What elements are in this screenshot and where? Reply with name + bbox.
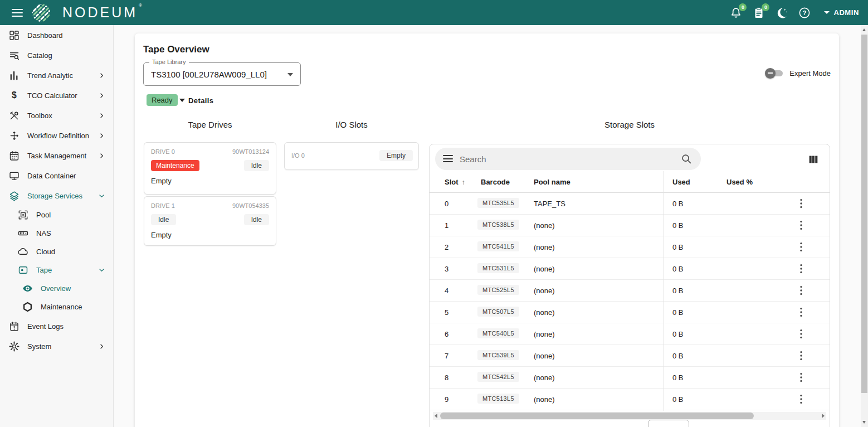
table-row-slot-1[interactable]: 1MTC538L5(none)0 B [430, 215, 830, 236]
toggle-knob-icon [765, 68, 776, 79]
header-cell-slot[interactable]: Slot↑ [445, 178, 465, 186]
sidebar-item-nas[interactable]: NAS [0, 224, 113, 242]
cell-pool-name: (none) [534, 287, 555, 295]
row-actions-kebab-icon[interactable] [794, 371, 808, 384]
header-cell-pool-name[interactable]: Pool name [534, 178, 570, 186]
sidebar-item-pool[interactable]: Pool [0, 206, 113, 224]
table-row-slot-9[interactable]: 9MTC513L5(none)0 B [430, 389, 830, 410]
column-view-icon[interactable] [807, 153, 820, 166]
details-button[interactable]: Details [188, 96, 213, 105]
filter-menu-icon[interactable] [443, 155, 453, 162]
row-actions-kebab-icon[interactable] [794, 392, 808, 406]
sidebar-item-data-container[interactable]: Data Container [0, 166, 113, 186]
table-row-slot-7[interactable]: 7MTC539L5(none)0 B [430, 345, 830, 367]
cell-pool-name: (none) [534, 330, 555, 338]
sidebar-item-overview[interactable]: Overview [0, 279, 113, 298]
sidebar-item-catalog[interactable]: Catalog [0, 45, 113, 65]
drive-badges: IdleIdle [144, 209, 276, 225]
sidebar-item-trend-analytic[interactable]: Trend Analytic [0, 65, 113, 85]
table-row-slot-8[interactable]: 8MTC542L5(none)0 B [430, 367, 830, 389]
header-cell-used-pct[interactable]: Used % [726, 178, 753, 186]
sidebar-item-label: Task Management [27, 152, 86, 160]
pool-icon [17, 209, 29, 221]
search-icon[interactable] [680, 153, 693, 165]
vertical-scrollbar[interactable] [861, 25, 868, 427]
dark-mode-moon-icon[interactable] [775, 6, 788, 20]
cell-barcode-chip: MTC538L5 [477, 220, 519, 230]
pinned-column-divider [664, 171, 664, 411]
sidebar-nav: DashboardCatalogTrend Analytic$TCO Calcu… [0, 25, 114, 427]
table-row-slot-3[interactable]: 3MTC531L5(none)0 B [430, 258, 830, 280]
drive-status-badge: Idle [151, 214, 176, 225]
sidebar-item-maintenance[interactable]: Maintenance [0, 298, 113, 316]
cell-slot: 4 [445, 287, 448, 295]
sidebar-item-label: Toolbox [27, 111, 52, 120]
cell-pool-name: TAPE_TS [534, 200, 565, 208]
header-cell-barcode[interactable]: Barcode [481, 178, 510, 186]
tape-library-select[interactable]: Tape Library TS3100 [00L2U78AW009_LL0] [143, 62, 301, 86]
sidebar-item-storage-services[interactable]: Storage Services [0, 186, 113, 206]
horizontal-scrollbar[interactable] [433, 412, 826, 420]
sidebar-item-system[interactable]: System [0, 336, 113, 356]
row-actions-kebab-icon[interactable] [794, 240, 808, 254]
tasks-clipboard-icon[interactable]: 0 [752, 6, 765, 20]
table-row-slot-5[interactable]: 5MTC507L5(none)0 B [430, 302, 830, 323]
sidebar-item-label: Dashboard [27, 31, 63, 40]
notifications-badge: 0 [739, 3, 747, 11]
cell-used: 0 B [672, 330, 684, 338]
chevron-right-icon [97, 132, 106, 140]
row-actions-kebab-icon[interactable] [794, 305, 808, 319]
row-actions-kebab-icon[interactable] [794, 349, 808, 362]
main-content-card: Tape Overview Tape Library TS3100 [00L2U… [135, 33, 839, 427]
drive-card-0[interactable]: DRIVE 090WT013124MaintenanceIdleEmpty [144, 142, 276, 195]
scroll-up-arrow-icon[interactable] [862, 28, 866, 31]
menu-icon[interactable] [12, 9, 23, 17]
sidebar-item-label: Storage Services [27, 192, 82, 200]
status-dropdown-caret-icon[interactable] [179, 99, 185, 102]
row-actions-kebab-icon[interactable] [794, 219, 808, 232]
row-actions-kebab-icon[interactable] [794, 262, 808, 275]
horizontal-scrollbar-thumb[interactable] [440, 413, 754, 419]
sidebar-item-dashboard[interactable]: Dashboard [0, 25, 113, 45]
drive-card-1[interactable]: DRIVE 190WT054335IdleIdleEmpty [144, 196, 276, 246]
table-body: 0MTC535L5TAPE_TS0 B1MTC538L5(none)0 B2MT… [430, 193, 830, 410]
sidebar-item-workflow-definition[interactable]: Workflow Definition [0, 125, 113, 145]
sidebar-item-toolbox[interactable]: Toolbox [0, 105, 113, 125]
cell-pool-name: (none) [534, 308, 555, 317]
admin-menu[interactable]: ADMIN [824, 8, 859, 17]
search-input[interactable] [460, 148, 674, 170]
row-actions-kebab-icon[interactable] [794, 197, 808, 210]
library-status-badge[interactable]: Ready [147, 94, 178, 106]
table-row-slot-6[interactable]: 6MTC540L5(none)0 B [430, 323, 830, 345]
expert-mode-toggle[interactable] [768, 70, 783, 76]
drive-status-badge: Maintenance [151, 160, 199, 171]
row-actions-kebab-icon[interactable] [794, 284, 808, 297]
scroll-left-arrow-icon[interactable] [435, 414, 437, 418]
help-icon[interactable]: ? [798, 6, 811, 20]
chevron-down-icon [97, 266, 106, 274]
cell-barcode-chip: MTC507L5 [477, 307, 519, 317]
sidebar-item-cloud[interactable]: Cloud [0, 242, 113, 261]
tape-icon [17, 264, 29, 276]
page-size-select[interactable] [648, 420, 689, 427]
sidebar-item-tape[interactable]: Tape [0, 261, 113, 279]
cell-used: 0 B [672, 243, 684, 251]
header-cell-used[interactable]: Used [672, 178, 690, 186]
sidebar-item-event-logs[interactable]: Event Logs [0, 316, 113, 336]
notifications-bell-icon[interactable]: 0 [729, 6, 743, 20]
vertical-scrollbar-thumb[interactable] [861, 35, 867, 393]
table-row-slot-2[interactable]: 2MTC541L5(none)0 B [430, 236, 830, 258]
io-slot-card-0[interactable]: I/O 0Empty [284, 142, 419, 170]
search-bar [435, 148, 701, 170]
scroll-down-arrow-icon[interactable] [862, 421, 866, 424]
sidebar-item-label: NAS [36, 229, 51, 237]
sidebar-item-task-management[interactable]: Task Management [0, 145, 113, 166]
row-actions-kebab-icon[interactable] [794, 327, 808, 341]
table-row-slot-4[interactable]: 4MTC525L5(none)0 B [430, 280, 830, 302]
sidebar-item-label: TCO Calculator [27, 91, 77, 100]
scroll-right-arrow-icon[interactable] [822, 414, 825, 418]
page-title: Tape Overview [143, 44, 209, 55]
registered-mark: ® [139, 3, 142, 8]
table-row-slot-0[interactable]: 0MTC535L5TAPE_TS0 B [430, 193, 830, 215]
sidebar-item-tco-calculator[interactable]: $TCO Calculator [0, 85, 113, 105]
